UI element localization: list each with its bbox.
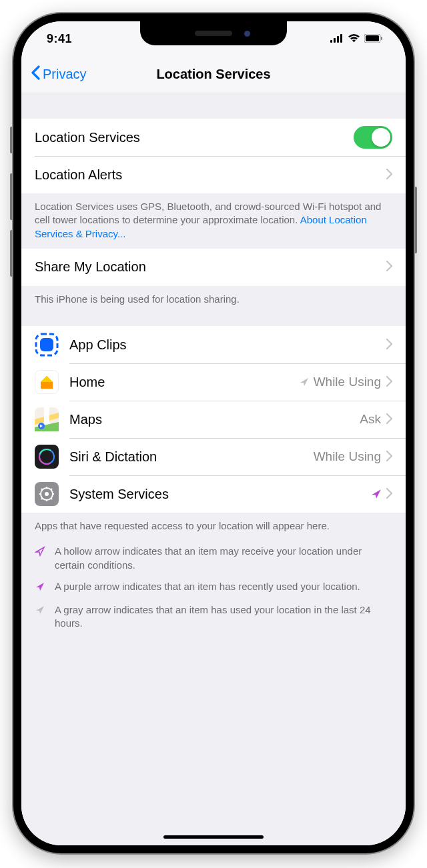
svg-rect-5 [366, 35, 379, 41]
status-time: 9:41 [47, 32, 72, 46]
screen: 9:41 Privacy Location Services [21, 21, 406, 845]
home-indicator[interactable] [163, 835, 264, 839]
svg-rect-8 [40, 338, 53, 351]
battery-icon [364, 32, 383, 46]
chevron-right-icon [386, 449, 392, 465]
svg-point-13 [37, 447, 56, 466]
notch [140, 21, 287, 45]
chevron-right-icon [386, 412, 392, 427]
chevron-right-icon [386, 259, 392, 275]
location-arrow-purple-icon [370, 488, 382, 500]
back-button[interactable]: Privacy [21, 65, 87, 83]
app-name: Maps [69, 412, 360, 427]
svg-rect-2 [337, 36, 339, 43]
legend-text: A purple arrow indicates that an item ha… [55, 580, 360, 595]
svg-line-21 [51, 498, 52, 499]
legend-gray: A gray arrow indicates that an item has … [21, 599, 406, 635]
app-name: Siri & Dictation [69, 449, 314, 465]
legend-purple: A purple arrow indicates that an item ha… [21, 576, 406, 599]
chevron-left-icon [31, 65, 40, 83]
svg-rect-3 [340, 34, 342, 43]
siri-icon [35, 445, 59, 469]
apps-footer: Apps that have requested access to your … [21, 513, 406, 541]
chevron-right-icon [386, 487, 392, 502]
location-alerts-label: Location Alerts [35, 167, 386, 183]
home-row[interactable]: Home While Using [21, 363, 406, 401]
cellular-icon [330, 32, 344, 46]
chevron-right-icon [386, 167, 392, 183]
app-clips-row[interactable]: App Clips [21, 326, 406, 363]
location-arrow-gray-icon [299, 377, 310, 387]
location-arrow-gray-icon [35, 603, 47, 631]
maps-row[interactable]: Maps Ask [21, 401, 406, 438]
legend-text: A hollow arrow indicates that an item ma… [55, 545, 392, 572]
legend-hollow: A hollow arrow indicates that an item ma… [21, 541, 406, 576]
share-my-location-label: Share My Location [35, 259, 386, 275]
legend-text: A gray arrow indicates that an item has … [55, 603, 392, 631]
maps-icon [35, 407, 59, 431]
location-services-description: Location Services uses GPS, Bluetooth, a… [21, 193, 406, 249]
wifi-icon [348, 32, 360, 46]
svg-line-20 [41, 489, 43, 490]
location-arrow-purple-icon [35, 580, 47, 595]
app-name: App Clips [69, 337, 386, 353]
svg-line-22 [41, 498, 43, 499]
svg-line-23 [51, 489, 52, 490]
system-services-icon [35, 482, 59, 506]
location-services-label: Location Services [35, 130, 354, 145]
app-value: While Using [314, 449, 381, 464]
location-services-toggle[interactable] [354, 126, 392, 149]
content: Location Services Location Alerts Locati… [21, 93, 406, 845]
location-arrow-hollow-icon [35, 545, 47, 572]
nav-bar: Privacy Location Services [21, 56, 406, 93]
system-services-row[interactable]: System Services [21, 475, 406, 513]
location-alerts-row[interactable]: Location Alerts [21, 156, 406, 193]
home-icon [35, 370, 59, 394]
location-services-toggle-row[interactable]: Location Services [21, 119, 406, 156]
svg-rect-1 [334, 38, 336, 43]
app-name: System Services [69, 487, 370, 502]
share-location-footer: This iPhone is being used for location s… [21, 286, 406, 314]
svg-rect-6 [381, 37, 382, 40]
svg-rect-0 [330, 40, 332, 43]
app-value: While Using [314, 375, 381, 389]
chevron-right-icon [386, 337, 392, 353]
share-my-location-row[interactable]: Share My Location [21, 249, 406, 286]
siri-row[interactable]: Siri & Dictation While Using [21, 438, 406, 475]
back-label: Privacy [43, 67, 87, 82]
app-clips-icon [35, 333, 59, 357]
app-name: Home [69, 375, 299, 390]
svg-point-15 [45, 492, 49, 496]
app-value: Ask [360, 412, 381, 427]
chevron-right-icon [386, 375, 392, 390]
phone-frame: 9:41 Privacy Location Services [13, 13, 414, 853]
